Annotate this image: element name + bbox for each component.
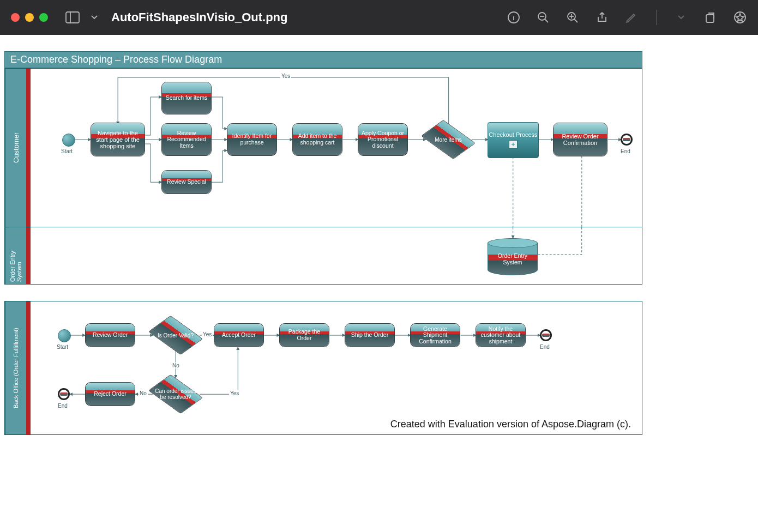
- node-reject-order: Reject Order: [85, 382, 135, 406]
- node-review-order: Review Order: [85, 323, 135, 347]
- node-package-order: Package the Order: [279, 323, 329, 347]
- info-icon[interactable]: [507, 10, 521, 25]
- customer-end-event: [621, 134, 633, 146]
- customer-start-label: Start: [61, 148, 73, 154]
- swimlane-customer-accent: [26, 69, 31, 227]
- edge-label-yes: Yes: [280, 73, 291, 79]
- swimlane-oes-label: Order Entry System: [5, 227, 26, 284]
- swimlane-oes: Order Entry System Order Entry System: [4, 227, 642, 285]
- edge-label-valid-no: No: [171, 362, 181, 368]
- share-icon[interactable]: [595, 10, 609, 25]
- sidebar-toggle-icon[interactable]: [65, 10, 80, 25]
- toolbar-separator: [656, 10, 657, 25]
- evaluation-watermark: Created with Evaluation version of Aspos…: [390, 419, 631, 430]
- backoffice-end-label: End: [540, 344, 550, 350]
- edge-label-resolve-yes: Yes: [229, 390, 240, 396]
- image-viewport: E-Commerce Shopping – Process Flow Diagr…: [0, 35, 758, 439]
- svg-rect-12: [706, 15, 714, 22]
- node-review-recommended: Review Recommended Items: [161, 123, 212, 156]
- chevron-down-icon[interactable]: [87, 10, 101, 25]
- node-ship-order: Ship the Order: [345, 323, 395, 347]
- fullscreen-window-button[interactable]: [39, 13, 48, 22]
- swimlane-customer-body: Start Navigate to the start page of the …: [31, 69, 642, 227]
- backoffice-end-label-2: End: [58, 403, 68, 409]
- backoffice-start-label: Start: [57, 344, 68, 350]
- zoom-out-icon[interactable]: [536, 10, 550, 25]
- customer-end-label: End: [621, 148, 630, 154]
- toolbar-right: [507, 10, 747, 25]
- rotate-icon[interactable]: [703, 10, 718, 25]
- diagram-image: E-Commerce Shopping – Process Flow Diagr…: [4, 51, 642, 435]
- node-add-to-cart: Add item to the shopping cart: [292, 123, 342, 156]
- node-accept-order: Accept Order: [214, 323, 264, 347]
- svg-line-6: [545, 19, 548, 22]
- decision-more-items: More items: [425, 124, 471, 155]
- decision-order-valid: Is Order Valid?: [153, 319, 198, 351]
- svg-rect-0: [66, 12, 79, 23]
- backoffice-connectors: [31, 301, 642, 434]
- node-identify-item: Identify Item for purchase: [227, 123, 277, 156]
- chevron-down-small-icon[interactable]: [674, 10, 688, 25]
- decision-resolve-issues: Can order issues be resolved?: [153, 378, 198, 410]
- swimlane-oes-body: Order Entry System: [31, 227, 642, 284]
- close-window-button[interactable]: [11, 13, 20, 22]
- swimlane-customer-label: Customer: [5, 69, 26, 227]
- edge-label-resolve-no: No: [139, 390, 148, 396]
- swimlane-oes-accent: [26, 227, 31, 284]
- minimize-window-button[interactable]: [25, 13, 34, 22]
- backoffice-end-event-2: [58, 388, 70, 400]
- swimlane-backoffice-label: Back Office (Order Fulfillment): [5, 301, 26, 434]
- swimlane-backoffice: Back Office (Order Fulfillment): [4, 301, 642, 435]
- titlebar: AutoFitShapesInVisio_Out.png: [0, 0, 758, 35]
- swimlane-customer: Customer: [4, 68, 642, 227]
- window-title: AutoFitShapesInVisio_Out.png: [111, 10, 288, 25]
- backoffice-start-event: [58, 329, 71, 342]
- customer-start-event: [62, 134, 75, 147]
- node-review-confirmation: Review Order Confirmation: [553, 123, 607, 156]
- swimlane-backoffice-accent: [26, 301, 31, 434]
- edge-label-valid-yes: Yes: [202, 331, 213, 337]
- zoom-in-icon[interactable]: [566, 10, 580, 25]
- oes-connectors: [31, 227, 642, 284]
- diagram-title: E-Commerce Shopping – Process Flow Diagr…: [4, 51, 642, 68]
- datastore-order-entry: Order Entry System: [488, 243, 538, 275]
- node-review-special: Review Special: [161, 170, 212, 194]
- node-apply-coupon: Apply Coupon or Promotional discount: [358, 123, 408, 156]
- backoffice-end-event: [540, 329, 552, 341]
- subprocess-expand-icon: +: [509, 140, 518, 149]
- node-notify-customer: Notify the customer about shipment: [476, 323, 526, 347]
- markup-toolbar-icon[interactable]: [733, 10, 747, 25]
- window-controls: [11, 13, 48, 22]
- markup-pencil-icon[interactable]: [624, 10, 639, 25]
- svg-line-9: [574, 19, 577, 22]
- node-generate-confirmation: Generate Shipment Confirmation: [410, 323, 460, 347]
- node-search-items: Search for items: [161, 82, 212, 114]
- node-navigate: Navigate to the start page of the shoppi…: [91, 123, 145, 156]
- subprocess-checkout: Checkout Process +: [488, 122, 539, 158]
- swimlane-backoffice-body: Start Review Order Is Order Valid? Yes N…: [31, 301, 642, 434]
